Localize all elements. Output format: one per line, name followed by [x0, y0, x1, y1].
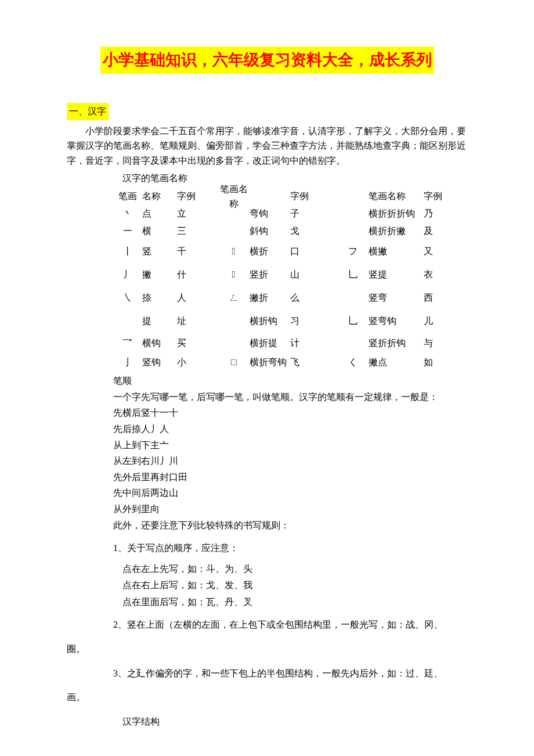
- cell-stroke: 乛: [113, 336, 142, 351]
- cell-example: 又: [424, 244, 447, 259]
- so-line: 先横后竖十一十: [113, 405, 467, 420]
- so-line: 先后捺人丿人: [113, 422, 467, 437]
- page-title: 小学基础知识，六年级复习资料大全，成长系列: [100, 46, 434, 74]
- cell-name: 横撇: [369, 244, 424, 259]
- so-line: 此外，还要注意下列比较特殊的书写规则：: [113, 518, 467, 533]
- cell-stroke: □: [218, 355, 250, 370]
- cell-stroke: 丶: [113, 206, 142, 221]
- cell-stroke: フ: [337, 244, 369, 259]
- cell-example: 乃: [424, 206, 447, 221]
- cell-stroke: 乚: [337, 314, 369, 329]
- cell-name: 横折折折钩: [369, 206, 424, 221]
- so-line: 从上到下主亠: [113, 438, 467, 453]
- cell-example: 习: [290, 314, 337, 329]
- cell-example: 儿: [424, 314, 447, 329]
- cell-stroke: 丨: [113, 244, 142, 259]
- cell-stroke: ㄥ: [218, 290, 250, 305]
- cell-stroke: 亅: [113, 355, 142, 370]
- table-row: 丿 撇 什 𠃊 竖折 山 乚 竖提 衣: [113, 263, 467, 286]
- so-line: 一个字先写哪一笔，后写哪一笔，叫做笔顺。汉字的笔顺有一定规律，一般是：: [113, 390, 467, 405]
- cell-example: 立: [177, 206, 218, 221]
- table-header-row: 笔画 名称 字例 笔画名称 字例 笔画名称 字例: [113, 188, 467, 205]
- section-header-hanzi: 一、汉字: [67, 103, 109, 120]
- so-line: 从外到里向: [113, 502, 467, 517]
- cell-name: 捺: [142, 290, 177, 305]
- cell-stroke: 𠃍: [218, 244, 250, 259]
- cell-name: 弯钩: [250, 206, 290, 221]
- cell-name: 提: [142, 314, 177, 329]
- cell-stroke: く: [337, 355, 369, 370]
- cell-name: 横折提: [250, 336, 290, 351]
- cell-name: 横折钩: [250, 314, 290, 329]
- cell-example: 计: [290, 336, 337, 351]
- numbered-3: 3、之廴作偏旁的字，和一些下包上的半包围结构，一般先内后外，如：过、廷、: [113, 666, 467, 681]
- cell-name: 点: [142, 206, 177, 221]
- cell-name: 竖折折钩: [369, 336, 424, 351]
- cell-example: 址: [177, 314, 218, 329]
- cell-name: 横折弯钩: [250, 355, 290, 370]
- th-example2: 字例: [290, 189, 337, 204]
- sub-line: 点在里面后写，如：瓦、丹、叉: [122, 595, 467, 610]
- subhead-structure: 汉字结构: [122, 714, 467, 729]
- table-row: 一 横 三 斜钩 戈 横折折撇 及: [113, 222, 467, 240]
- cell-name: 撇折: [250, 290, 290, 305]
- sub-line: 点在左上先写，如：斗、为、头: [122, 561, 467, 577]
- sub-line: 点在右上后写，如：戈、发、我: [122, 578, 467, 593]
- so-line: 先外后里再封口田: [113, 470, 467, 485]
- table-row: 亅 竖钩 小 □ 横折弯钩 飞 く 撇点 如: [113, 354, 467, 371]
- so-line: 先中间后两边山: [113, 485, 467, 501]
- th-example: 字例: [177, 189, 218, 204]
- th-stroke2: 笔画名称: [218, 182, 250, 211]
- cell-example: 什: [177, 267, 218, 282]
- table-row: 提 址 横折钩 习 乚 竖弯钩 儿: [113, 309, 467, 333]
- th-name3: 笔画名称: [369, 189, 424, 204]
- th-example3: 字例: [424, 189, 447, 204]
- numbered-2-tail: 圈。: [67, 642, 467, 657]
- cell-example: 西: [424, 290, 447, 305]
- cell-example: 三: [177, 224, 218, 239]
- table-row: ㇏ 捺 人 ㄥ 撇折 么 竖弯 西: [113, 286, 467, 309]
- cell-stroke: ㇏: [113, 290, 142, 305]
- cell-example: 与: [424, 336, 447, 351]
- cell-example: 么: [290, 290, 337, 305]
- cell-name: 横: [142, 224, 177, 239]
- cell-example: 衣: [424, 267, 447, 282]
- cell-example: 如: [424, 355, 447, 370]
- cell-name: 撇: [142, 267, 177, 282]
- cell-example: 买: [177, 336, 218, 351]
- table-row: 丶 点 立 弯钩 子 横折折折钩 乃: [113, 205, 467, 222]
- cell-example: 山: [290, 267, 337, 282]
- cell-name: 斜钩: [250, 224, 290, 239]
- numbered-3-tail: 画。: [67, 690, 467, 705]
- cell-name: 竖弯钩: [369, 314, 424, 329]
- cell-name: 竖提: [369, 267, 424, 282]
- cell-example: 口: [290, 244, 337, 259]
- th-name: 名称: [142, 189, 177, 204]
- table-row: 乛 横钩 买 横折提 计 竖折折钩 与: [113, 333, 467, 354]
- intro-paragraph: 小学阶段要求学会二千五百个常用字，能够读准字音，认清字形，了解字义，大部分会用，…: [67, 124, 467, 168]
- cell-name: 横钩: [142, 336, 177, 351]
- cell-stroke: 𠃊: [218, 267, 250, 282]
- table-row: 丨 竖 千 𠃍 横折 口 フ 横撇 又: [113, 240, 467, 263]
- cell-name: 竖折: [250, 267, 290, 282]
- th-stroke: 笔画: [113, 189, 142, 204]
- cell-example: 及: [424, 224, 447, 239]
- cell-name: 竖: [142, 244, 177, 259]
- cell-example: 千: [177, 244, 218, 259]
- stroke-names-table: 笔画 名称 字例 笔画名称 字例 笔画名称 字例 丶 点 立 弯钩 子 横折折折…: [113, 188, 467, 371]
- numbered-2: 2、竖在上面（左横的左面，在上包下或全包围结构里，一般光写，如：战、冈、: [113, 617, 467, 632]
- subhead-stroke-names: 汉字的笔画名称: [122, 171, 467, 186]
- numbered-1: 1、关于写点的顺序，应注意：: [113, 541, 467, 556]
- cell-name: 横折: [250, 244, 290, 259]
- cell-stroke: 乚: [337, 267, 369, 282]
- so-line: 从左到右川丿川: [113, 453, 467, 469]
- cell-stroke: 一: [113, 224, 142, 239]
- cell-example: 子: [290, 206, 337, 221]
- cell-name: 竖钩: [142, 355, 177, 370]
- cell-example: 小: [177, 355, 218, 370]
- cell-example: 飞: [290, 355, 337, 370]
- cell-name: 横折折撇: [369, 224, 424, 239]
- cell-example: 人: [177, 290, 218, 305]
- stroke-order-title: 笔顺: [113, 373, 467, 388]
- cell-name: 竖弯: [369, 290, 424, 305]
